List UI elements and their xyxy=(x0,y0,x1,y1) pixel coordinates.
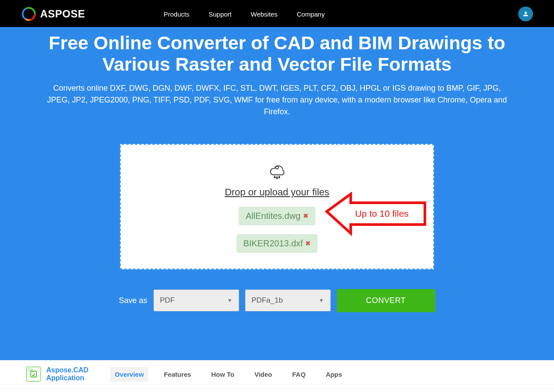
file-chip: AllEntites.dwg ✖ xyxy=(239,207,315,225)
user-icon xyxy=(522,10,529,17)
nav-support[interactable]: Support xyxy=(209,10,232,18)
convert-button[interactable]: CONVERT xyxy=(337,289,435,312)
tab-apps[interactable]: Apps xyxy=(321,367,347,382)
footer-tabs: Overview Features How To Video FAQ Apps xyxy=(110,367,346,382)
subformat-dropdown[interactable]: PDFa_1b ▼ xyxy=(245,290,331,311)
file-name: BIKER2013.dxf xyxy=(243,239,303,249)
drop-area-wrap: Drop or upload your files AllEntites.dwg… xyxy=(10,144,544,269)
format-value: PDF xyxy=(160,296,175,305)
tab-overview[interactable]: Overview xyxy=(110,367,148,382)
user-button[interactable] xyxy=(518,7,533,21)
nav-links: Products Support Websites Company xyxy=(164,10,325,18)
svg-rect-5 xyxy=(31,372,36,377)
save-row: Save as PDF ▼ PDFa_1b ▼ CONVERT xyxy=(10,289,544,312)
page-title: Free Online Converter of CAD and BIM Dra… xyxy=(37,32,517,75)
footer-bar: Ca Aspose.CAD Application Overview Featu… xyxy=(0,360,554,389)
nav-websites[interactable]: Websites xyxy=(251,10,277,18)
save-as-label: Save as xyxy=(119,296,147,305)
tab-video[interactable]: Video xyxy=(250,367,277,382)
hero-section: Free Online Converter of CAD and BIM Dra… xyxy=(0,27,554,360)
annotation-arrow: Up to 10 files xyxy=(325,192,434,240)
app-logo[interactable]: Ca Aspose.CAD Application xyxy=(26,366,89,382)
tab-features[interactable]: Features xyxy=(160,367,196,382)
nav-company[interactable]: Company xyxy=(297,10,325,18)
subformat-value: PDFa_1b xyxy=(252,296,283,305)
page-subtitle: Converts online DXF, DWG, DGN, DWF, DWFX… xyxy=(41,82,513,118)
app-title: Aspose.CAD Application xyxy=(46,366,89,382)
chevron-down-icon: ▼ xyxy=(319,297,324,303)
brand-logo[interactable]: ASPOSE xyxy=(21,6,85,22)
cloud-upload-icon xyxy=(265,158,289,181)
navbar: ASPOSE Products Support Websites Company xyxy=(0,1,554,27)
format-dropdown[interactable]: PDF ▼ xyxy=(154,290,239,311)
tab-howto[interactable]: How To xyxy=(207,367,239,382)
annotation-text: Up to 10 files xyxy=(355,208,409,218)
file-chip: BIKER2013.dxf ✖ xyxy=(236,234,318,253)
remove-file-icon[interactable]: ✖ xyxy=(305,240,311,247)
chevron-down-icon: ▼ xyxy=(227,297,233,303)
brand-name: ASPOSE xyxy=(40,8,85,20)
swirl-icon xyxy=(21,6,37,22)
file-name: AllEntites.dwg xyxy=(246,211,301,221)
tab-faq[interactable]: FAQ xyxy=(288,367,310,382)
app-title-line2: Application xyxy=(46,374,89,382)
app-icon: Ca xyxy=(26,367,41,382)
remove-file-icon[interactable]: ✖ xyxy=(303,212,308,219)
nav-products[interactable]: Products xyxy=(164,10,189,18)
app-title-line1: Aspose.CAD xyxy=(46,366,89,374)
